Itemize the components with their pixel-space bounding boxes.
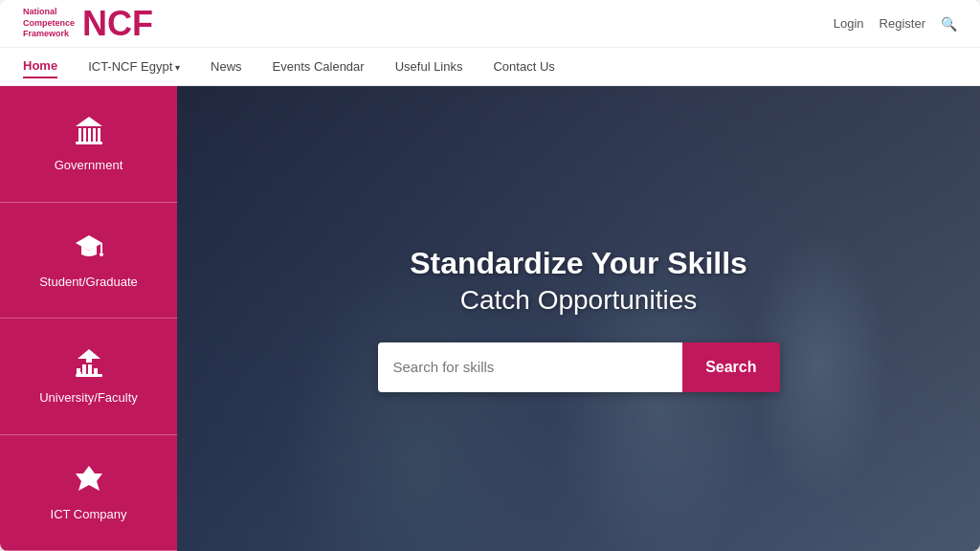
sidebar-label-government: Government [55, 158, 123, 172]
nav-item-home[interactable]: Home [23, 55, 57, 78]
search-input[interactable] [378, 342, 683, 392]
svg-rect-4 [93, 128, 96, 142]
svg-rect-3 [88, 128, 91, 142]
nav-item-useful-links[interactable]: Useful Links [395, 55, 463, 77]
search-button[interactable]: Search [682, 342, 779, 392]
sidebar-item-student[interactable]: Student/Graduate [0, 203, 177, 320]
sidebar: Government Student/Graduate [0, 86, 177, 551]
nav-item-contact[interactable]: Contact Us [493, 55, 554, 77]
top-bar-right: Login Register 🔍 [834, 16, 957, 32]
sidebar-item-ict-company[interactable]: ICT Company [0, 435, 177, 552]
login-link[interactable]: Login [834, 16, 864, 31]
search-bar: Search [378, 342, 780, 392]
page-wrapper: National Competence Framework NCF Login … [0, 0, 980, 551]
search-icon[interactable]: 🔍 [941, 16, 957, 32]
svg-rect-2 [83, 128, 86, 142]
svg-point-9 [100, 253, 103, 256]
main-area: Government Student/Graduate [0, 86, 980, 551]
university-icon [74, 347, 104, 385]
logo-ncf[interactable]: NCF [82, 7, 153, 41]
svg-marker-16 [78, 349, 100, 359]
government-icon [74, 115, 104, 152]
ict-company-icon [74, 464, 104, 501]
sidebar-label-student: Student/Graduate [39, 275, 138, 289]
hero-content: Standardize Your Skills Catch Opportunit… [177, 86, 980, 551]
logo-text-small: National Competence Framework [23, 7, 75, 40]
student-icon [74, 231, 104, 269]
nav-bar: Home ICT-NCF Egypt News Events Calendar … [0, 48, 980, 86]
svg-marker-19 [76, 466, 102, 491]
svg-marker-6 [76, 117, 102, 126]
hero-title-light: Catch Opportunities [460, 285, 697, 316]
hero-title-bold: Standardize Your Skills [410, 246, 747, 281]
register-link[interactable]: Register [880, 16, 925, 31]
nav-item-events[interactable]: Events Calendar [273, 55, 365, 77]
hero-section: Standardize Your Skills Catch Opportunit… [177, 86, 980, 551]
svg-marker-7 [76, 235, 102, 251]
nav-item-ict-ncf[interactable]: ICT-NCF Egypt [88, 55, 180, 77]
svg-rect-0 [76, 142, 102, 144]
svg-rect-18 [84, 368, 86, 376]
nav-item-news[interactable]: News [211, 55, 242, 77]
sidebar-label-university: University/Faculty [39, 390, 138, 405]
sidebar-label-ict-company: ICT Company [51, 507, 127, 521]
svg-rect-8 [100, 243, 102, 253]
svg-rect-17 [79, 372, 81, 375]
logo-area: National Competence Framework NCF [23, 7, 153, 41]
top-bar: National Competence Framework NCF Login … [0, 0, 980, 48]
svg-rect-1 [78, 128, 81, 142]
svg-rect-13 [88, 364, 92, 376]
sidebar-item-government[interactable]: Government [0, 86, 177, 203]
svg-rect-5 [98, 128, 100, 142]
svg-rect-14 [94, 368, 98, 376]
sidebar-item-university[interactable]: University/Faculty [0, 319, 177, 435]
